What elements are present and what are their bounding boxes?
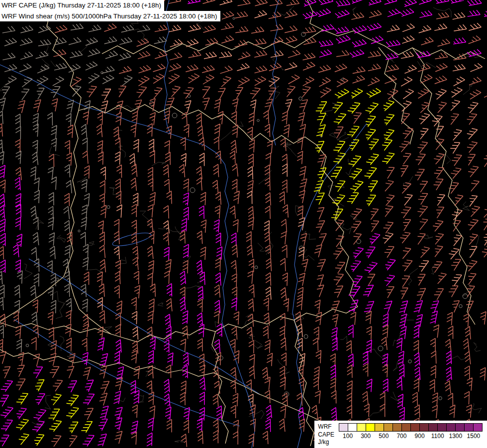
wind-barb: [280, 326, 285, 339]
wind-barb: [265, 153, 271, 166]
wind-barb: [363, 364, 368, 377]
wind-barb: [295, 312, 301, 325]
wind-barb: [400, 326, 406, 339]
wind-barb: [165, 314, 171, 328]
country-border: [412, 48, 475, 325]
wind-barb: [450, 152, 462, 166]
wind-barb: [69, 84, 81, 97]
wind-barb: [100, 74, 114, 84]
wind-barb: [247, 270, 253, 284]
wind-barb: [269, 0, 282, 5]
station-circle: [304, 335, 308, 338]
wind-barb: [264, 98, 273, 112]
wind-barb: [263, 111, 269, 123]
wind-barb: [332, 246, 343, 259]
wind-barb: [200, 73, 214, 84]
wind-barb: [114, 231, 119, 244]
wind-barb: [468, 22, 482, 30]
wind-barb: [18, 87, 29, 100]
wind-barb: [464, 391, 469, 404]
wind-barb: [117, 52, 131, 60]
wind-barb: [0, 205, 4, 219]
wind-barb: [15, 151, 21, 164]
wind-barb: [220, 35, 234, 43]
wind-barb: [32, 352, 40, 366]
wind-barb: [31, 312, 37, 326]
wind-barb: [298, 84, 310, 97]
wind-barb: [67, 352, 75, 366]
wind-barb: [113, 390, 120, 404]
wind-barb: [467, 9, 480, 16]
wind-barb: [131, 311, 137, 324]
wind-barb: [315, 350, 321, 363]
wind-barb: [167, 24, 181, 32]
wind-barb: [83, 406, 94, 420]
wind-barb: [0, 246, 3, 259]
wind-barb: [430, 113, 442, 126]
wind-barb: [330, 378, 336, 391]
wind-barb: [204, 37, 218, 45]
wind-barb: [466, 244, 477, 257]
wind-barb: [34, 190, 39, 203]
legend-color-scale: [339, 423, 483, 432]
wind-barb: [298, 123, 305, 137]
wind-barb: [165, 259, 171, 272]
station-circle: [78, 230, 80, 232]
wind-barb: [34, 391, 45, 405]
wind-barb: [432, 151, 444, 164]
wind-barb: [316, 257, 325, 271]
wind-barb: [31, 247, 37, 261]
wind-barb: [352, 39, 367, 47]
wind-barb: [0, 84, 10, 98]
wind-barb: [53, 62, 67, 70]
wind-barb: [248, 112, 254, 126]
wind-barb: [199, 153, 204, 166]
wind-barb: [100, 181, 105, 194]
legend-swatch: [392, 423, 402, 432]
wind-barb: [97, 272, 102, 285]
wind-barb: [368, 9, 382, 17]
wind-barb: [231, 112, 237, 124]
wind-barb: [136, 75, 149, 86]
wind-barb: [115, 84, 126, 97]
wind-barb: [466, 377, 472, 391]
wind-barb: [248, 217, 254, 230]
wind-barb: [269, 36, 283, 44]
wind-barb: [114, 219, 119, 232]
wind-barb: [319, 0, 333, 4]
wind-barb: [68, 75, 81, 87]
wind-barb: [350, 179, 363, 192]
wind-barb: [88, 24, 101, 32]
wind-barb: [465, 327, 471, 340]
wind-barb: [100, 405, 108, 419]
wind-barb: [220, 10, 234, 19]
wind-barb: [480, 205, 487, 218]
wind-barb: [334, 260, 345, 273]
wind-barb: [0, 285, 4, 298]
wind-barb: [131, 350, 137, 363]
wind-barb: [398, 230, 410, 243]
wind-barb: [180, 271, 186, 285]
wind-barb: [348, 354, 353, 367]
wind-barb: [414, 151, 425, 165]
wind-barb: [147, 123, 152, 136]
legend-swatch: [473, 423, 483, 432]
wind-barb: [230, 151, 235, 164]
wind-barb: [284, 62, 297, 70]
wind-barb: [214, 205, 220, 219]
wind-barb: [231, 273, 237, 286]
wind-barb: [237, 0, 250, 6]
wind-barb: [466, 404, 472, 418]
wind-barb: [332, 272, 343, 285]
wind-barb: [281, 353, 286, 366]
wind-barb: [382, 112, 394, 125]
wind-barb: [136, 24, 150, 31]
wind-barb: [188, 50, 201, 57]
wind-barb: [163, 206, 169, 219]
wind-barb: [282, 111, 288, 124]
wind-barb: [66, 152, 72, 166]
wind-barb: [367, 22, 382, 31]
wind-barb: [466, 100, 479, 113]
wind-barb: [19, 51, 33, 59]
wind-barb: [167, 419, 172, 432]
